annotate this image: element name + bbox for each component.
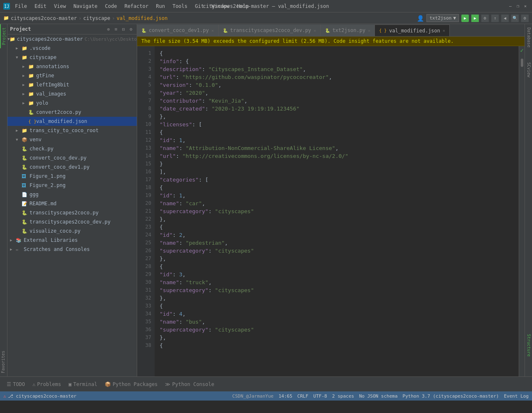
terminal-tab[interactable]: ▣ Terminal — [65, 380, 101, 389]
menu-refactor[interactable]: Refactor — [122, 1, 151, 11]
tab-label-txt2json: txt2json.py — [332, 27, 365, 33]
tree-item-gtfine[interactable]: ▶ 📁 gtFine — [7, 71, 137, 80]
scrollbar[interactable]: ✓ — [519, 46, 525, 376]
maximize-button[interactable]: ❐ — [515, 3, 521, 10]
sidebar-tools: ⊕ ≡ ⊟ ⚙ — [105, 26, 134, 32]
coverage-run-button[interactable]: ▶ — [471, 15, 479, 22]
menu-navigate[interactable]: Navigate — [71, 1, 100, 11]
tree-item-vscode[interactable]: ▶ 📁 .vscode — [7, 44, 137, 53]
tree-item-transcityscapes2coco[interactable]: ▶ 🐍 transcityscapes2coco.py — [7, 208, 137, 217]
code-line-32: }, — [160, 294, 514, 302]
tree-item-scratches[interactable]: ▶ ✏ Scratches and Consoles — [7, 245, 137, 254]
code-line-20: "name": "car", — [160, 199, 514, 207]
status-crlf[interactable]: CRLF — [297, 393, 308, 399]
menu-edit[interactable]: Edit — [32, 1, 49, 11]
code-line-2: "info": { — [160, 57, 514, 65]
tree-item-leftimg8bit[interactable]: ▶ 📁 leftImg8bit — [7, 80, 137, 89]
tab-close-val-modified[interactable]: ✕ — [443, 28, 445, 33]
tree-item-yolo[interactable]: ▶ 📁 yolo — [7, 98, 137, 108]
code-line-4: "url": "https://github.com/waspinator/py… — [160, 73, 514, 81]
up-button[interactable]: ↑ — [491, 15, 499, 22]
code-line-28: { — [160, 263, 514, 270]
python-console-label: Python Console — [172, 381, 214, 387]
tree-item-trans-city[interactable]: ▶ 📁 trans_city_to_coco_root — [7, 126, 137, 135]
tree-item-external-libs[interactable]: ▶ 📚 External Libraries — [7, 236, 137, 245]
status-right: CSDN_@JarmanYue 14:65 CRLF UTF-8 2 space… — [232, 393, 529, 399]
run-button[interactable]: ▶ — [461, 15, 469, 22]
collapse-icon[interactable]: ⊟ — [120, 26, 127, 32]
tab-txt2json[interactable]: 🐍 txt2json.py ✕ — [321, 25, 375, 36]
scview-tab[interactable]: SCview — [525, 59, 532, 81]
breadcrumb-cityscape[interactable]: cityscape — [83, 15, 110, 21]
tab-close-txt2json[interactable]: ✕ — [368, 28, 370, 33]
project-tab[interactable]: Project — [0, 24, 7, 48]
structure-tab[interactable]: Structure — [525, 331, 532, 360]
tab-icon-trans: 🐍 — [223, 28, 228, 33]
todo-tab[interactable]: ☰ TODO — [3, 380, 28, 389]
tree-item-readme[interactable]: ▶ 📝 README.md — [7, 199, 137, 208]
menu-view[interactable]: View — [52, 1, 69, 11]
tree-item-figure1[interactable]: ▶ 🖼 Figure_1.png — [7, 172, 137, 181]
python-console-tab[interactable]: ≫ Python Console — [162, 380, 217, 389]
tree-item-annotations[interactable]: ▶ 📁 annotations — [7, 62, 137, 71]
build-button[interactable]: ⚙ — [481, 15, 489, 22]
problems-label: Problems — [37, 381, 61, 387]
tree-item-val-images[interactable]: ▶ 📁 val_images — [7, 89, 137, 98]
breadcrumb-file[interactable]: val_modified.json — [116, 15, 167, 21]
left-button[interactable]: ◀ — [501, 15, 509, 22]
tab-convert-coco-dev1[interactable]: 🐍 convert_coco_dev1.py ✕ — [137, 25, 219, 36]
code-line-8: "date_created": "2020-1-23 19:19:19.1234… — [160, 105, 514, 113]
minimize-button[interactable]: — — [507, 3, 514, 10]
sync-icon[interactable]: ⊕ — [105, 26, 112, 32]
tree-item-visualize-coco[interactable]: ▶ 🐍 visualize_coco.py — [7, 226, 137, 236]
tab-val-modified[interactable]: { } val_modified.json ✕ — [375, 25, 450, 36]
tree-item-figure2[interactable]: ▶ 🖼 Figure_2.png — [7, 181, 137, 190]
tree-item-ggg[interactable]: ▶ 📄 ggg — [7, 190, 137, 199]
config-dropdown[interactable]: txt2json ▼ — [426, 14, 459, 22]
tab-close-convert[interactable]: ✕ — [212, 28, 214, 33]
tree-item-cityscape[interactable]: ▼ 📁 cityscape — [7, 53, 137, 62]
tree-item-convert-coco-dev[interactable]: ▶ 🐍 convert_coco_dev.py — [7, 153, 137, 162]
status-error-icon: ⚠ — [3, 393, 6, 399]
tree-item-convert-coco-dev1[interactable]: ▶ 🐍 convert_coco_dev1.py — [7, 162, 137, 172]
menu-tools[interactable]: Tools — [170, 1, 190, 11]
settings-icon[interactable]: ⚙ — [128, 26, 134, 32]
project-icon: 📁 — [3, 15, 9, 21]
tree-item-check[interactable]: ▶ 🐍 check.py — [7, 144, 137, 153]
database-tab[interactable]: Database — [525, 24, 532, 51]
code-content[interactable]: { "info": { "description": "Cityscapes_I… — [155, 46, 519, 376]
menu-code[interactable]: Code — [103, 1, 120, 11]
favorites-tab[interactable]: Favorites — [0, 347, 7, 376]
code-line-29: "id": 3, — [160, 270, 514, 278]
tab-close-trans[interactable]: ✕ — [314, 28, 316, 33]
tree-item-val-modified[interactable]: ▶ { } val_modified.json — [7, 117, 137, 126]
settings-button[interactable]: ⚙ — [521, 15, 529, 22]
status-indent[interactable]: 2 spaces — [332, 393, 354, 399]
close-button[interactable]: ✕ — [522, 3, 529, 10]
sidebar-header: Project ⊕ ≡ ⊟ ⚙ — [7, 24, 137, 34]
menu-run[interactable]: Run — [153, 1, 167, 11]
status-event-log[interactable]: Event Log — [504, 393, 529, 399]
code-line-26: "supercategory": "cityscapes" — [160, 247, 514, 255]
breadcrumb-root[interactable]: cityscapes2coco-master — [11, 15, 77, 21]
editor-tabs: 🐍 convert_coco_dev1.py ✕ 🐍 transcityscap… — [137, 24, 525, 37]
git-branch[interactable]: ⎇ cityscapes2coco-master — [8, 393, 76, 399]
status-schema[interactable]: No JSON schema — [359, 393, 398, 399]
tree-item-venv[interactable]: ▼ 📦 venv — [7, 135, 137, 144]
tab-transcityscapes2coco-dev[interactable]: 🐍 transcityscapes2coco_dev.py ✕ — [219, 25, 321, 36]
code-line-3: "description": "Cityscapes_Instance_Data… — [160, 65, 514, 73]
python-packages-tab[interactable]: 📦 Python Packages — [101, 380, 161, 389]
sort-icon[interactable]: ≡ — [113, 26, 119, 32]
left-panel-tabs: Project Favorites — [0, 24, 7, 376]
tree-root[interactable]: ▼ 📁 cityscapes2coco-master C:\Users\ycc\… — [7, 34, 137, 44]
code-line-12: "id": 1, — [160, 136, 514, 144]
problems-tab[interactable]: ⚠ Problems — [29, 380, 64, 389]
tree-item-transcityscapes2coco-dev[interactable]: ▶ 🐍 transcityscapes2coco_dev.py — [7, 217, 137, 226]
menu-file[interactable]: File — [12, 1, 30, 11]
status-line-col[interactable]: 14:65 — [278, 393, 292, 399]
search-button[interactable]: 🔍 — [511, 15, 519, 22]
tree-item-convert2coco[interactable]: ▶ 🐍 convert2coco.py — [7, 108, 137, 117]
status-interpreter[interactable]: Python 3.7 (cityscapes2coco-master) — [403, 393, 499, 399]
code-line-31: "supercategory": "cityscapes" — [160, 286, 514, 294]
status-encoding[interactable]: UTF-8 — [313, 393, 327, 399]
